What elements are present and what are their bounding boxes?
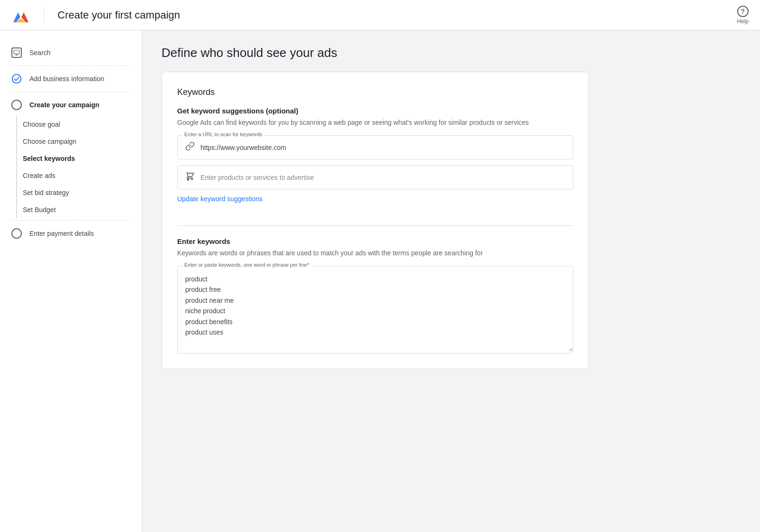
- sidebar-divider-2: [11, 92, 131, 92]
- sidebar-line: [16, 116, 17, 218]
- suggestions-title: Get keyword suggestions (optional): [177, 107, 573, 115]
- page-title: Define who should see your ads: [162, 46, 741, 60]
- sidebar-subitem-select-keywords[interactable]: Select keywords: [23, 150, 142, 167]
- sidebar-business-label: Add business information: [29, 75, 104, 83]
- sidebar-subitem-choose-campaign[interactable]: Choose campaign: [23, 133, 142, 150]
- keywords-section-title: Keywords: [177, 87, 573, 97]
- enter-keywords-section: Enter keywords Keywords are words or phr…: [177, 237, 573, 354]
- campaign-circle-icon: [11, 100, 22, 110]
- url-input-wrapper: Enter a URL to scan for keywords: [177, 135, 573, 159]
- google-ads-logo: [11, 6, 30, 25]
- enter-keywords-desc: Keywords are words or phrases that are u…: [177, 248, 573, 258]
- sidebar-item-campaign[interactable]: Create your campaign: [0, 94, 142, 116]
- sidebar-search-label: Search: [29, 49, 50, 56]
- keywords-textarea[interactable]: product product free product near me nic…: [178, 266, 573, 352]
- layout: Search Add business information Create y…: [0, 30, 760, 532]
- shop-icon: [185, 171, 195, 183]
- sidebar-item-business[interactable]: Add business information: [0, 68, 142, 90]
- sidebar-subitems-wrapper: Choose goal Choose campaign Select keywo…: [0, 116, 142, 218]
- sidebar-subitem-choose-goal[interactable]: Choose goal: [23, 116, 142, 133]
- sidebar-subitems: Choose goal Choose campaign Select keywo…: [23, 116, 142, 218]
- section-divider: [177, 225, 573, 226]
- sidebar-campaign-label: Create your campaign: [29, 101, 99, 109]
- sidebar-divider-1: [11, 65, 131, 66]
- sidebar-divider-3: [11, 220, 131, 221]
- monitor-icon: [11, 47, 22, 58]
- payment-circle-icon: [11, 228, 22, 239]
- products-input-wrapper: [177, 165, 573, 189]
- sidebar-item-search[interactable]: Search: [0, 42, 142, 64]
- sidebar: Search Add business information Create y…: [0, 30, 142, 532]
- suggestions-desc: Google Ads can find keywords for you by …: [177, 118, 573, 128]
- header: Create your first campaign ? Help: [0, 0, 760, 30]
- keywords-textarea-wrapper: Enter or paste keywords, one word or phr…: [177, 266, 573, 354]
- sidebar-payment-label: Enter payment details: [29, 230, 94, 237]
- products-input[interactable]: [200, 174, 565, 181]
- sidebar-item-payment[interactable]: Enter payment details: [0, 223, 142, 244]
- update-keywords-link[interactable]: Update keyword suggestions: [177, 195, 263, 203]
- link-icon: [185, 141, 195, 153]
- keyword-suggestions-section: Get keyword suggestions (optional) Googl…: [177, 107, 573, 214]
- help-icon: ?: [737, 6, 749, 17]
- url-field-label: Enter a URL to scan for keywords: [182, 131, 264, 137]
- enter-keywords-title: Enter keywords: [177, 237, 573, 245]
- check-circle-icon: [11, 74, 22, 84]
- sidebar-subitem-set-bid[interactable]: Set bid strategy: [23, 184, 142, 201]
- svg-point-2: [12, 75, 21, 83]
- url-input-inner: [178, 136, 573, 159]
- sidebar-subitem-set-budget[interactable]: Set Budget: [23, 201, 142, 218]
- header-title: Create your first campaign: [57, 9, 180, 21]
- help-button[interactable]: ? Help: [737, 6, 749, 25]
- keywords-label: Enter or paste keywords, one word or phr…: [182, 262, 311, 268]
- products-input-inner: [178, 166, 573, 189]
- keywords-card: Keywords Get keyword suggestions (option…: [162, 72, 589, 369]
- help-label: Help: [737, 18, 749, 25]
- sidebar-subitem-create-ads[interactable]: Create ads: [23, 167, 142, 184]
- header-divider: [44, 8, 44, 23]
- svg-rect-1: [14, 50, 19, 54]
- main-content: Define who should see your ads Keywords …: [142, 30, 760, 532]
- logo-area: Create your first campaign: [11, 6, 180, 25]
- url-input[interactable]: [200, 144, 565, 151]
